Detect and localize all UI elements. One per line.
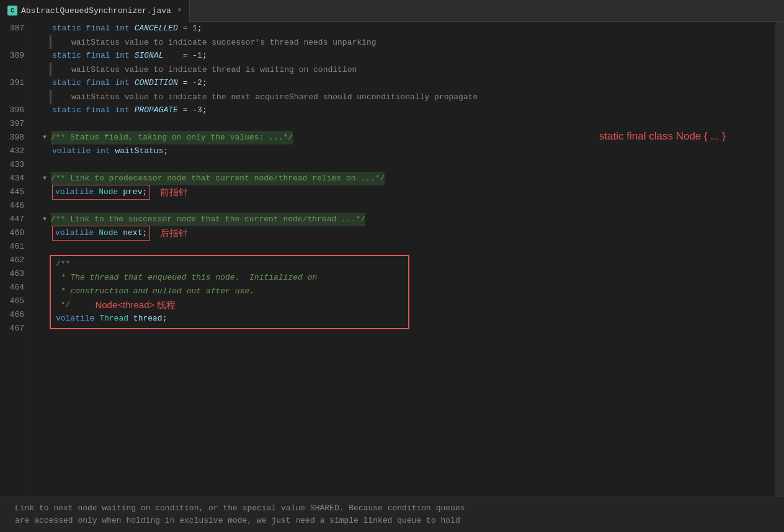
line-number: 433 (5, 158, 27, 172)
file-type-icon: C (7, 6, 17, 16)
pointer-label: 前指针 (160, 185, 188, 199)
red-box: volatile Node next; (52, 226, 150, 241)
comment-text: /** Status field, taking on only the val… (51, 131, 293, 144)
empty-line (40, 158, 775, 172)
line-number: 387 (5, 22, 27, 35)
doc-comment-line: waitStatus value to indicate thread is w… (50, 63, 775, 76)
empty-line (40, 117, 775, 131)
bottom-text-2: are accessed only when holding in exclus… (15, 515, 769, 527)
line-number: 461 (5, 240, 27, 254)
line-number: 389 (5, 49, 27, 63)
code-line: static final int SIGNAL = -1; (40, 49, 775, 63)
empty-line (40, 199, 775, 213)
code-line: volatile int waitStatus; (40, 144, 775, 158)
line-number: 467 (5, 322, 27, 335)
line-number: 445 (5, 185, 27, 199)
line-number: 462 (5, 254, 27, 267)
code-line: static final int PROPAGATE = -3; (40, 104, 775, 117)
line-number (5, 90, 27, 104)
code-area[interactable]: static final int CANCELLED = 1;waitStatu… (32, 22, 775, 532)
line-number: 447 (5, 213, 27, 226)
bottom-text-1: Link to next node waiting on condition, … (15, 502, 769, 515)
line-number: 434 (5, 172, 27, 185)
code-line: static final int CONDITION = -2; (40, 76, 775, 90)
line-number: 397 (5, 117, 27, 131)
block-last-code-line: volatile Thread thread; (56, 312, 403, 326)
doc-comment-line: waitStatus value to indicate the next ac… (50, 90, 775, 104)
editor-body: 3873893913963973984324334344454464474604… (0, 22, 784, 532)
bottom-comment-panel: Link to next node waiting on condition, … (0, 497, 784, 532)
block-comment-close-line: */Node<thread> 线程 (56, 298, 403, 312)
tab-bar: C AbstractQueuedSynchronizer.java × (0, 0, 784, 22)
line-number: 460 (5, 226, 27, 240)
line-number: 398 (5, 131, 27, 144)
line-number: 465 (5, 295, 27, 308)
line-number: 396 (5, 104, 27, 117)
line-number (5, 35, 27, 49)
tab-label: AbstractQueuedSynchronizer.java (21, 6, 171, 16)
line-number (5, 63, 27, 76)
foldable-comment-line[interactable]: ▼/** Status field, taking on only the va… (40, 131, 775, 144)
line-numbers: 3873893913963973984324334344454464474604… (0, 22, 32, 532)
line-number: 464 (5, 281, 27, 295)
line-number: 391 (5, 76, 27, 90)
thread-label: Node<thread> 线程 (95, 298, 176, 312)
empty-line (40, 330, 775, 344)
block-comment-italic-line: * construction and nulled out after use. (56, 285, 403, 298)
close-tab-button[interactable]: × (177, 6, 182, 15)
line-number: 466 (5, 308, 27, 322)
editor-window: C AbstractQueuedSynchronizer.java × 3873… (0, 0, 784, 532)
red-box: volatile Node prev; (52, 185, 150, 200)
pointer-label: 后指针 (160, 226, 188, 240)
block-comment-line: /** (56, 257, 403, 271)
code-line: static final int CANCELLED = 1; (40, 22, 775, 35)
file-tab[interactable]: C AbstractQueuedSynchronizer.java × (0, 0, 190, 22)
line-number: 446 (5, 199, 27, 213)
comment-text: /** Link to predecessor node that curren… (51, 172, 385, 185)
scrollbar[interactable] (775, 22, 784, 532)
block-comment-italic-line: * The thread that enqueued this node. In… (56, 271, 403, 285)
empty-line (40, 240, 775, 254)
foldable-comment-line[interactable]: ▼/** Link to the successor node that the… (40, 213, 775, 226)
line-number: 463 (5, 267, 27, 281)
line-number: 432 (5, 144, 27, 158)
fold-icon[interactable]: ▼ (40, 133, 50, 143)
block-comment-box: /** * The thread that enqueued this node… (50, 255, 409, 329)
comment-text: /** Link to the successor node that the … (51, 213, 365, 226)
fold-icon[interactable]: ▼ (40, 174, 50, 184)
boxed-code-line: volatile Node next;后指针 (40, 226, 775, 240)
doc-comment-line: waitStatus value to indicate successor's… (50, 35, 775, 49)
fold-icon[interactable]: ▼ (40, 215, 50, 224)
foldable-comment-line[interactable]: ▼/** Link to predecessor node that curre… (40, 172, 775, 185)
boxed-code-line: volatile Node prev;前指针 (40, 185, 775, 199)
